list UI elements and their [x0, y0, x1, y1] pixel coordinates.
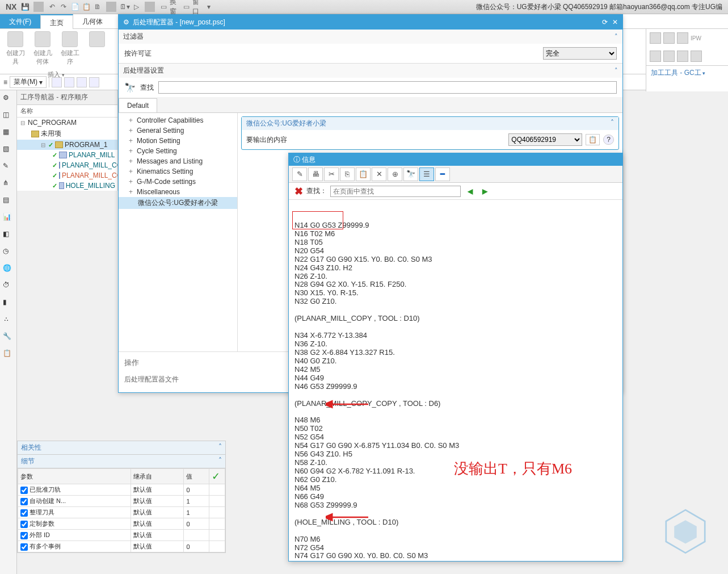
chevron-up-icon[interactable] [611, 119, 614, 128]
row-checkbox[interactable] [20, 498, 28, 505]
pp-tree-item[interactable]: +General Setting [119, 125, 237, 136]
row-checkbox[interactable] [20, 509, 28, 517]
find-input[interactable] [330, 186, 461, 197]
menu-button[interactable]: 菜单(M)▾ [10, 76, 47, 88]
window-icon[interactable]: ▭ [158, 2, 169, 12]
table-row[interactable]: 已批准刀轨默认值0 [18, 484, 225, 496]
frag-icon[interactable] [663, 32, 675, 44]
nav-item[interactable]: ✓PLANAR_MILL_CO [17, 160, 117, 170]
minimize-icon[interactable]: ━ [435, 167, 450, 181]
create-operation-button[interactable]: 创建工序 [58, 31, 82, 66]
play-icon[interactable]: ▷ [131, 2, 141, 12]
cube-icon[interactable]: ◫ [3, 111, 14, 122]
pp-tree-item[interactable]: +Cycle Setting [119, 146, 237, 156]
target-icon[interactable]: ⊕ [388, 167, 402, 181]
nav-item[interactable]: ⊟NC_PROGRAM [17, 118, 117, 128]
nav-item[interactable]: ✓PLANAR_MILL_CO [17, 170, 117, 181]
switch-window-label[interactable]: 切换窗口 [170, 2, 180, 12]
pp-tree-item-custom[interactable]: 微信公众号:UG爱好者小梁 [119, 197, 237, 209]
row-checkbox[interactable] [20, 487, 28, 494]
binocular-icon[interactable]: 🔭 [403, 167, 418, 181]
pp-tree-item[interactable]: +Controller Capabilities [119, 115, 237, 125]
close-icon[interactable]: ✖ [294, 185, 303, 198]
undo-icon[interactable]: ↶ [47, 2, 57, 12]
section-dependency[interactable]: 相关性 [18, 441, 225, 455]
filter-section-head[interactable]: 过滤器 [119, 30, 622, 44]
paste-icon[interactable]: 📋 [356, 167, 371, 181]
pp-tree-item[interactable]: +Miscellaneous [119, 187, 237, 197]
tab-geometry[interactable]: 几何体 [73, 14, 112, 28]
assembly-icon[interactable]: ▧ [3, 145, 14, 156]
tab-default[interactable]: Default [119, 98, 157, 112]
view1-icon[interactable] [52, 77, 62, 87]
frag-icon[interactable] [677, 51, 688, 62]
nav-item[interactable]: 未用项 [17, 128, 117, 140]
color-icon[interactable]: ▮ [3, 298, 14, 309]
table-row[interactable]: 外部 ID默认值 [18, 530, 225, 541]
frag-icon[interactable] [677, 32, 688, 44]
machining-tools-link[interactable]: 加工工具 - GC工 [646, 66, 728, 80]
check-icon[interactable]: ✓ [212, 471, 220, 482]
close-icon[interactable]: ✕ [612, 18, 618, 26]
redo-icon[interactable]: ↷ [58, 2, 69, 12]
row-checkbox[interactable] [20, 532, 28, 539]
time-icon[interactable]: ⏱ [3, 281, 14, 292]
view4-icon[interactable] [89, 77, 99, 87]
output-select[interactable]: QQ406592919 [508, 133, 582, 146]
prev-match-icon[interactable]: ◀ [464, 186, 475, 197]
view2-icon[interactable] [64, 77, 74, 87]
nav-item[interactable]: ⊟✓PROGRAM_1 [17, 140, 117, 150]
pp-tree-item[interactable]: +Kinematics Setting [119, 166, 237, 177]
pp-tree-item[interactable]: +Messages and Listing [119, 156, 237, 166]
extra-button[interactable] [85, 31, 109, 66]
table-row[interactable]: 自动创建 N...默认值1 [18, 496, 225, 507]
doc-icon[interactable]: 🗎 [92, 2, 103, 12]
view3-icon[interactable] [77, 77, 87, 87]
pp-tree-item[interactable]: +Motion Setting [119, 136, 237, 146]
table-row[interactable]: 定制参数默认值0 [18, 518, 225, 530]
delete-icon[interactable]: ✕ [372, 167, 386, 181]
paste-icon[interactable]: 📋 [81, 2, 91, 12]
copy-icon[interactable]: ⎘ [340, 167, 355, 181]
asm-icon[interactable]: ⛬ [3, 315, 14, 326]
copy-icon[interactable]: 📄 [70, 2, 80, 12]
sketch-icon[interactable]: ✎ [3, 162, 14, 173]
pp-tree-item[interactable]: +G-/M-Code settings [119, 177, 237, 187]
license-select[interactable]: 完全 [543, 47, 617, 60]
window-icon2[interactable]: ▭ [181, 2, 191, 12]
section-details[interactable]: 细节 [18, 455, 225, 468]
save-icon[interactable]: 💾 [20, 2, 30, 12]
hamburger-icon[interactable]: ≡ [3, 78, 7, 86]
nav-item[interactable]: ✓PLANAR_MILL [17, 150, 117, 160]
pp-title-bar[interactable]: ⚙ 后处理配置器 - [new_post.psc] ⟳ ✕ [119, 15, 622, 30]
copy-icon[interactable]: 📋 [586, 134, 600, 145]
frag-icon[interactable] [650, 32, 661, 44]
window-menu-label[interactable]: 窗口 [192, 2, 203, 12]
row-checkbox[interactable] [20, 543, 28, 551]
tree-view-icon[interactable]: ☰ [419, 167, 434, 181]
frag-icon[interactable] [663, 51, 675, 62]
chart-icon[interactable]: 📊 [3, 213, 14, 224]
chevron-down-icon[interactable]: ▾ [204, 2, 214, 12]
table-row[interactable]: 有多个事例默认值0 [18, 541, 225, 552]
edit-icon[interactable]: ✎ [292, 167, 307, 181]
settings-section-head[interactable]: 后处理器设置 [119, 64, 622, 78]
history-dropdown-icon[interactable]: 🗓▾ [120, 2, 130, 12]
solid-icon[interactable]: ◧ [3, 230, 14, 241]
table-row[interactable]: 整理刀具默认值1 [18, 507, 225, 518]
flow-icon[interactable]: ⋔ [3, 179, 14, 190]
clipboard-icon[interactable]: 📋 [3, 349, 14, 361]
info-title-bar[interactable]: ⓘ 信息 [289, 153, 622, 166]
frag-icon[interactable] [691, 51, 702, 62]
create-tool-button[interactable]: 创建刀具 [3, 31, 27, 66]
tab-home[interactable]: 主页 [40, 14, 73, 29]
gear-icon[interactable]: ⚙ [3, 94, 14, 105]
wrench-icon[interactable]: 🔧 [3, 332, 14, 343]
print-icon[interactable]: 🖶 [308, 167, 323, 181]
next-match-icon[interactable]: ▶ [479, 186, 490, 197]
help-icon[interactable]: ? [603, 135, 614, 145]
find-input[interactable] [158, 81, 617, 94]
nav-item[interactable]: ✓HOLE_MILLING [17, 181, 117, 191]
table-icon[interactable]: ▤ [3, 196, 14, 207]
clock-icon[interactable]: ◷ [3, 247, 14, 258]
